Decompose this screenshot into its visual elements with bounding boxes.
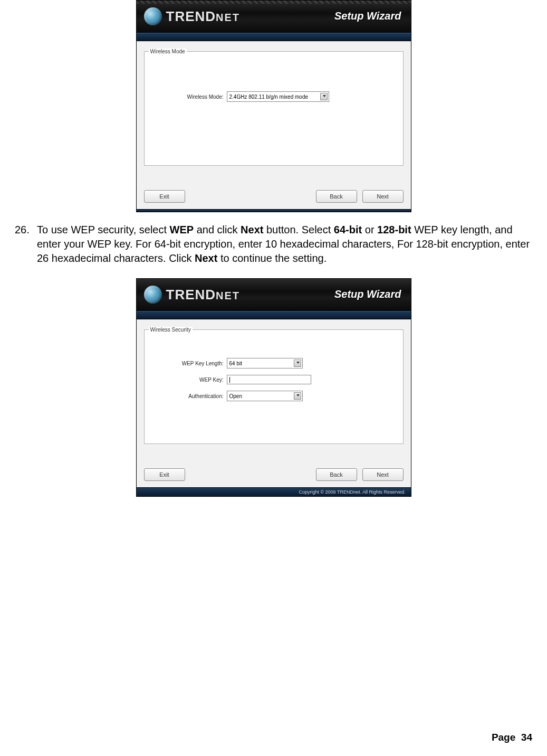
instruction-bold-next2: Next bbox=[195, 252, 217, 264]
wizard-footer bbox=[137, 209, 411, 212]
instruction-bold-64bit: 64-bit bbox=[334, 224, 362, 235]
instruction-bold-next1: Next bbox=[241, 224, 263, 235]
wizard-button-bar: Exit Back Next bbox=[137, 464, 411, 487]
back-button-label: Back bbox=[330, 193, 342, 200]
page-label: Page bbox=[492, 732, 515, 743]
row-wep-key: WEP Key: bbox=[166, 375, 403, 384]
instruction-number: 26. bbox=[15, 223, 37, 266]
next-button-label: Next bbox=[377, 193, 389, 200]
instruction-frag: button. Select bbox=[263, 224, 333, 235]
wizard-wireless-security: TRENDNET Setup Wizard Wireless Security … bbox=[136, 278, 411, 497]
wizard-header: TRENDNET Setup Wizard bbox=[137, 279, 411, 311]
wizard-body: Wireless Mode Wireless Mode: 2.4GHz 802.… bbox=[137, 41, 411, 186]
next-button[interactable]: Next bbox=[362, 468, 404, 481]
label-authentication: Authentication: bbox=[166, 393, 224, 399]
select-wep-key-length[interactable]: 64 bit bbox=[227, 358, 303, 368]
instruction-frag: to continue the setting. bbox=[217, 252, 327, 264]
label-wireless-mode: Wireless Mode: bbox=[166, 94, 224, 100]
chevron-down-icon bbox=[296, 362, 300, 364]
wizard-title: Setup Wizard bbox=[334, 288, 401, 300]
group-title: Wireless Security bbox=[149, 327, 193, 333]
instruction-step-26: 26. To use WEP security, select WEP and … bbox=[15, 223, 532, 266]
wizard-wireless-mode: TRENDNET Setup Wizard Wireless Mode Wire… bbox=[136, 0, 411, 212]
wizard-button-bar: Exit Back Next bbox=[137, 186, 411, 209]
back-button[interactable]: Back bbox=[316, 468, 357, 481]
instruction-bold-wep: WEP bbox=[170, 224, 194, 235]
exit-button[interactable]: Exit bbox=[144, 190, 185, 203]
chevron-down-icon bbox=[323, 95, 326, 97]
row-wep-key-length: WEP Key Length: 64 bit bbox=[166, 358, 403, 368]
page-number: 34 bbox=[521, 732, 532, 743]
brand-logo-icon bbox=[144, 7, 162, 25]
select-authentication[interactable]: Open bbox=[227, 391, 303, 401]
wizard-body: Wireless Security WEP Key Length: 64 bit… bbox=[137, 319, 411, 464]
brand-text: TRENDNET bbox=[166, 8, 241, 25]
brand-text: TRENDNET bbox=[166, 287, 241, 303]
next-button[interactable]: Next bbox=[362, 190, 404, 203]
group-wireless-security: Wireless Security WEP Key Length: 64 bit… bbox=[144, 327, 404, 444]
row-wireless-mode: Wireless Mode: 2.4GHz 802.11 b/g/n mixed… bbox=[166, 91, 403, 102]
back-button[interactable]: Back bbox=[316, 190, 357, 203]
group-title: Wireless Mode bbox=[149, 49, 187, 54]
wizard-title: Setup Wizard bbox=[334, 10, 401, 22]
brand-sub: NET bbox=[216, 290, 240, 301]
input-wep-key[interactable] bbox=[227, 375, 311, 384]
select-authentication-value: Open bbox=[229, 393, 242, 399]
select-wireless-mode[interactable]: 2.4GHz 802.11 b/g/n mixed mode bbox=[227, 91, 329, 102]
exit-button-label: Exit bbox=[159, 193, 169, 200]
select-wireless-mode-value: 2.4GHz 802.11 b/g/n mixed mode bbox=[229, 94, 309, 100]
back-button-label: Back bbox=[330, 471, 342, 478]
chevron-down-icon bbox=[296, 394, 300, 396]
instruction-frag: and click bbox=[194, 224, 241, 235]
select-wep-key-length-value: 64 bit bbox=[229, 361, 242, 366]
instruction-frag: or bbox=[362, 224, 377, 235]
header-divider bbox=[137, 33, 411, 41]
label-wep-key: WEP Key: bbox=[166, 377, 224, 383]
label-wep-key-length: WEP Key Length: bbox=[166, 361, 224, 366]
row-authentication: Authentication: Open bbox=[166, 391, 403, 401]
group-wireless-mode: Wireless Mode Wireless Mode: 2.4GHz 802.… bbox=[144, 49, 404, 166]
wizard-footer: Copyright © 2009 TRENDnet. All Rights Re… bbox=[137, 487, 411, 496]
copyright-text: Copyright © 2009 TRENDnet. All Rights Re… bbox=[299, 489, 405, 495]
header-decoration bbox=[137, 1, 411, 4]
header-divider bbox=[137, 311, 411, 319]
brand-logo-icon bbox=[144, 286, 162, 304]
exit-button[interactable]: Exit bbox=[144, 468, 185, 481]
brand-sub: NET bbox=[216, 12, 240, 23]
instruction-bold-128bit: 128-bit bbox=[377, 224, 411, 235]
wizard-header: TRENDNET Setup Wizard bbox=[137, 1, 411, 33]
instruction-text: To use WEP security, select WEP and clic… bbox=[37, 223, 532, 266]
page-footer: Page 34 bbox=[492, 732, 532, 743]
exit-button-label: Exit bbox=[159, 471, 169, 478]
brand-main: TREND bbox=[166, 287, 216, 303]
next-button-label: Next bbox=[377, 471, 389, 478]
instruction-frag: To use WEP security, select bbox=[37, 224, 170, 235]
text-cursor-icon bbox=[229, 377, 230, 383]
brand-main: TREND bbox=[166, 8, 216, 24]
